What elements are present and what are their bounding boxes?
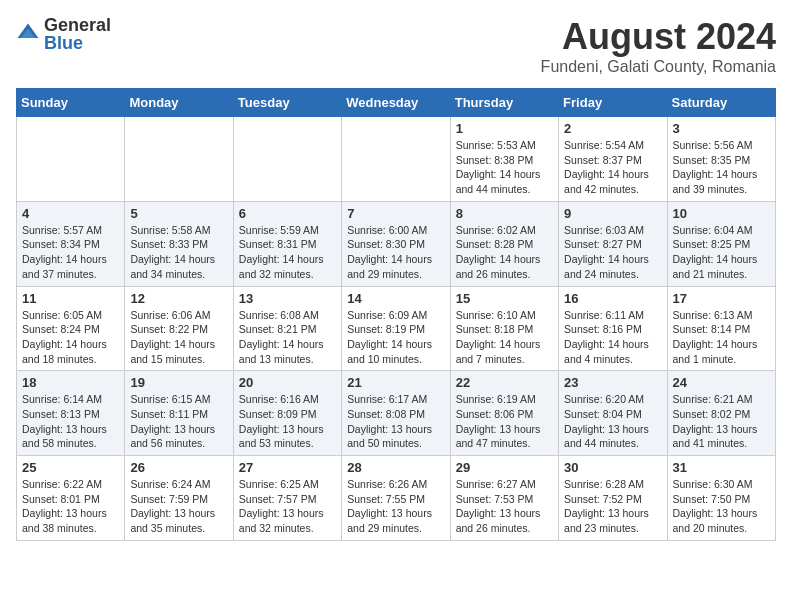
month-year: August 2024 xyxy=(541,16,776,58)
day-number: 25 xyxy=(22,460,119,475)
header: General Blue August 2024 Fundeni, Galati… xyxy=(16,16,776,76)
day-info: Sunrise: 6:05 AM Sunset: 8:24 PM Dayligh… xyxy=(22,308,119,367)
location: Fundeni, Galati County, Romania xyxy=(541,58,776,76)
day-cell: 15Sunrise: 6:10 AM Sunset: 8:18 PM Dayli… xyxy=(450,286,558,371)
day-cell: 3Sunrise: 5:56 AM Sunset: 8:35 PM Daylig… xyxy=(667,117,775,202)
day-info: Sunrise: 6:09 AM Sunset: 8:19 PM Dayligh… xyxy=(347,308,444,367)
day-info: Sunrise: 6:03 AM Sunset: 8:27 PM Dayligh… xyxy=(564,223,661,282)
day-cell: 17Sunrise: 6:13 AM Sunset: 8:14 PM Dayli… xyxy=(667,286,775,371)
day-info: Sunrise: 5:56 AM Sunset: 8:35 PM Dayligh… xyxy=(673,138,770,197)
weekday-header-tuesday: Tuesday xyxy=(233,89,341,117)
day-cell: 29Sunrise: 6:27 AM Sunset: 7:53 PM Dayli… xyxy=(450,456,558,541)
day-number: 3 xyxy=(673,121,770,136)
day-number: 13 xyxy=(239,291,336,306)
day-cell xyxy=(233,117,341,202)
day-cell: 5Sunrise: 5:58 AM Sunset: 8:33 PM Daylig… xyxy=(125,201,233,286)
day-cell: 21Sunrise: 6:17 AM Sunset: 8:08 PM Dayli… xyxy=(342,371,450,456)
week-row-4: 18Sunrise: 6:14 AM Sunset: 8:13 PM Dayli… xyxy=(17,371,776,456)
day-number: 15 xyxy=(456,291,553,306)
day-cell: 12Sunrise: 6:06 AM Sunset: 8:22 PM Dayli… xyxy=(125,286,233,371)
day-number: 22 xyxy=(456,375,553,390)
logo-text: General Blue xyxy=(44,16,111,52)
day-cell: 11Sunrise: 6:05 AM Sunset: 8:24 PM Dayli… xyxy=(17,286,125,371)
day-number: 23 xyxy=(564,375,661,390)
day-number: 7 xyxy=(347,206,444,221)
day-info: Sunrise: 6:14 AM Sunset: 8:13 PM Dayligh… xyxy=(22,392,119,451)
day-info: Sunrise: 6:11 AM Sunset: 8:16 PM Dayligh… xyxy=(564,308,661,367)
day-number: 5 xyxy=(130,206,227,221)
day-number: 14 xyxy=(347,291,444,306)
day-info: Sunrise: 6:22 AM Sunset: 8:01 PM Dayligh… xyxy=(22,477,119,536)
day-info: Sunrise: 6:16 AM Sunset: 8:09 PM Dayligh… xyxy=(239,392,336,451)
day-cell xyxy=(17,117,125,202)
logo-icon xyxy=(16,22,40,46)
day-info: Sunrise: 6:00 AM Sunset: 8:30 PM Dayligh… xyxy=(347,223,444,282)
day-cell: 9Sunrise: 6:03 AM Sunset: 8:27 PM Daylig… xyxy=(559,201,667,286)
weekday-header-wednesday: Wednesday xyxy=(342,89,450,117)
logo-blue: Blue xyxy=(44,34,111,52)
day-cell: 2Sunrise: 5:54 AM Sunset: 8:37 PM Daylig… xyxy=(559,117,667,202)
day-info: Sunrise: 6:13 AM Sunset: 8:14 PM Dayligh… xyxy=(673,308,770,367)
weekday-header-row: SundayMondayTuesdayWednesdayThursdayFrid… xyxy=(17,89,776,117)
day-number: 30 xyxy=(564,460,661,475)
calendar: SundayMondayTuesdayWednesdayThursdayFrid… xyxy=(16,88,776,541)
day-cell: 1Sunrise: 5:53 AM Sunset: 8:38 PM Daylig… xyxy=(450,117,558,202)
day-info: Sunrise: 5:57 AM Sunset: 8:34 PM Dayligh… xyxy=(22,223,119,282)
weekday-header-saturday: Saturday xyxy=(667,89,775,117)
day-number: 31 xyxy=(673,460,770,475)
day-info: Sunrise: 6:20 AM Sunset: 8:04 PM Dayligh… xyxy=(564,392,661,451)
day-info: Sunrise: 6:02 AM Sunset: 8:28 PM Dayligh… xyxy=(456,223,553,282)
weekday-header-thursday: Thursday xyxy=(450,89,558,117)
week-row-5: 25Sunrise: 6:22 AM Sunset: 8:01 PM Dayli… xyxy=(17,456,776,541)
day-number: 6 xyxy=(239,206,336,221)
day-cell: 28Sunrise: 6:26 AM Sunset: 7:55 PM Dayli… xyxy=(342,456,450,541)
day-number: 1 xyxy=(456,121,553,136)
day-info: Sunrise: 6:21 AM Sunset: 8:02 PM Dayligh… xyxy=(673,392,770,451)
day-number: 27 xyxy=(239,460,336,475)
day-cell: 31Sunrise: 6:30 AM Sunset: 7:50 PM Dayli… xyxy=(667,456,775,541)
day-number: 18 xyxy=(22,375,119,390)
day-number: 19 xyxy=(130,375,227,390)
day-number: 20 xyxy=(239,375,336,390)
day-cell: 16Sunrise: 6:11 AM Sunset: 8:16 PM Dayli… xyxy=(559,286,667,371)
weekday-header-monday: Monday xyxy=(125,89,233,117)
day-cell: 18Sunrise: 6:14 AM Sunset: 8:13 PM Dayli… xyxy=(17,371,125,456)
day-info: Sunrise: 6:10 AM Sunset: 8:18 PM Dayligh… xyxy=(456,308,553,367)
day-info: Sunrise: 6:25 AM Sunset: 7:57 PM Dayligh… xyxy=(239,477,336,536)
day-cell: 30Sunrise: 6:28 AM Sunset: 7:52 PM Dayli… xyxy=(559,456,667,541)
day-cell xyxy=(125,117,233,202)
weekday-header-sunday: Sunday xyxy=(17,89,125,117)
day-number: 2 xyxy=(564,121,661,136)
day-cell: 22Sunrise: 6:19 AM Sunset: 8:06 PM Dayli… xyxy=(450,371,558,456)
day-number: 4 xyxy=(22,206,119,221)
day-number: 21 xyxy=(347,375,444,390)
day-info: Sunrise: 5:58 AM Sunset: 8:33 PM Dayligh… xyxy=(130,223,227,282)
logo: General Blue xyxy=(16,16,111,52)
day-info: Sunrise: 6:04 AM Sunset: 8:25 PM Dayligh… xyxy=(673,223,770,282)
day-info: Sunrise: 6:08 AM Sunset: 8:21 PM Dayligh… xyxy=(239,308,336,367)
day-cell: 13Sunrise: 6:08 AM Sunset: 8:21 PM Dayli… xyxy=(233,286,341,371)
day-cell: 7Sunrise: 6:00 AM Sunset: 8:30 PM Daylig… xyxy=(342,201,450,286)
day-number: 26 xyxy=(130,460,227,475)
day-cell: 25Sunrise: 6:22 AM Sunset: 8:01 PM Dayli… xyxy=(17,456,125,541)
day-info: Sunrise: 6:17 AM Sunset: 8:08 PM Dayligh… xyxy=(347,392,444,451)
day-cell: 6Sunrise: 5:59 AM Sunset: 8:31 PM Daylig… xyxy=(233,201,341,286)
day-cell: 10Sunrise: 6:04 AM Sunset: 8:25 PM Dayli… xyxy=(667,201,775,286)
day-cell: 19Sunrise: 6:15 AM Sunset: 8:11 PM Dayli… xyxy=(125,371,233,456)
day-info: Sunrise: 6:19 AM Sunset: 8:06 PM Dayligh… xyxy=(456,392,553,451)
day-cell: 27Sunrise: 6:25 AM Sunset: 7:57 PM Dayli… xyxy=(233,456,341,541)
title-area: August 2024 Fundeni, Galati County, Roma… xyxy=(541,16,776,76)
day-number: 8 xyxy=(456,206,553,221)
day-info: Sunrise: 6:30 AM Sunset: 7:50 PM Dayligh… xyxy=(673,477,770,536)
day-number: 24 xyxy=(673,375,770,390)
day-cell: 14Sunrise: 6:09 AM Sunset: 8:19 PM Dayli… xyxy=(342,286,450,371)
week-row-3: 11Sunrise: 6:05 AM Sunset: 8:24 PM Dayli… xyxy=(17,286,776,371)
day-cell: 8Sunrise: 6:02 AM Sunset: 8:28 PM Daylig… xyxy=(450,201,558,286)
day-cell: 23Sunrise: 6:20 AM Sunset: 8:04 PM Dayli… xyxy=(559,371,667,456)
day-number: 12 xyxy=(130,291,227,306)
day-info: Sunrise: 5:54 AM Sunset: 8:37 PM Dayligh… xyxy=(564,138,661,197)
day-number: 17 xyxy=(673,291,770,306)
day-number: 10 xyxy=(673,206,770,221)
day-info: Sunrise: 6:15 AM Sunset: 8:11 PM Dayligh… xyxy=(130,392,227,451)
day-info: Sunrise: 6:28 AM Sunset: 7:52 PM Dayligh… xyxy=(564,477,661,536)
